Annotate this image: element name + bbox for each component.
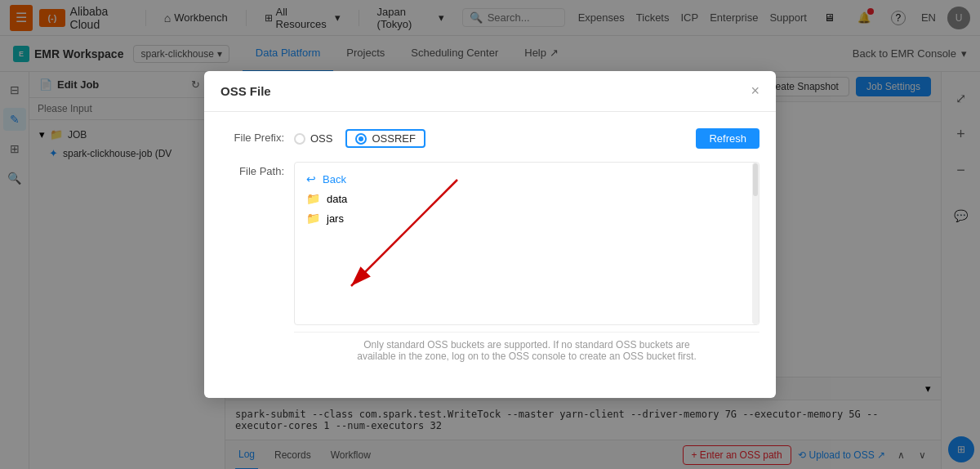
refresh-button[interactable]: Refresh	[696, 128, 760, 149]
modal-overlay[interactable]: OSS File × File Prefix: OSS OSSREF	[0, 0, 980, 469]
file-path-scroll: ↩ Back 📁 data 📁 jars	[301, 169, 752, 228]
modal-note-line2: available in the zone, log on to the OSS…	[294, 351, 760, 362]
oss-file-modal: OSS File × File Prefix: OSS OSSREF	[204, 71, 776, 398]
radio-oss-item[interactable]: OSS	[294, 132, 332, 145]
modal-note: Only standard OSS buckets are supported.…	[294, 332, 760, 368]
modal-note-line1: Only standard OSS buckets are supported.…	[294, 339, 760, 351]
radio-ossref-label: OSSREF	[372, 132, 415, 145]
file-path-area: ↩ Back 📁 data 📁 jars	[294, 162, 760, 325]
file-item-data[interactable]: 📁 data	[301, 189, 752, 208]
file-prefix-row: File Prefix: OSS OSSREF Refresh	[220, 128, 760, 149]
modal-header: OSS File ×	[204, 71, 776, 112]
jars-folder-label: jars	[327, 212, 344, 225]
file-prefix-label: File Prefix:	[220, 128, 294, 144]
modal-title: OSS File	[220, 84, 271, 98]
file-item-back[interactable]: ↩ Back	[301, 169, 752, 189]
file-path-row: File Path: ↩ Back 📁 data	[220, 162, 760, 368]
scrollbar-track	[752, 163, 759, 324]
file-prefix-control: OSS OSSREF Refresh	[294, 128, 760, 149]
radio-ossref-circle	[355, 133, 367, 145]
file-back-label: Back	[323, 173, 346, 185]
radio-ossref-item[interactable]: OSSREF	[345, 129, 425, 148]
radio-oss-circle	[294, 133, 305, 145]
file-item-jars[interactable]: 📁 jars	[301, 208, 752, 228]
radio-group: OSS OSSREF Refresh	[294, 128, 760, 149]
jars-folder-icon: 📁	[306, 212, 320, 225]
modal-close-button[interactable]: ×	[751, 83, 760, 100]
back-arrow-icon: ↩	[306, 172, 316, 185]
radio-oss-label: OSS	[310, 132, 332, 145]
data-folder-label: data	[327, 193, 347, 205]
file-path-control: ↩ Back 📁 data 📁 jars	[294, 162, 760, 368]
modal-body: File Prefix: OSS OSSREF Refresh	[204, 112, 776, 398]
file-path-label: File Path:	[220, 162, 294, 177]
scrollbar-thumb	[753, 163, 758, 196]
data-folder-icon: 📁	[306, 192, 320, 205]
